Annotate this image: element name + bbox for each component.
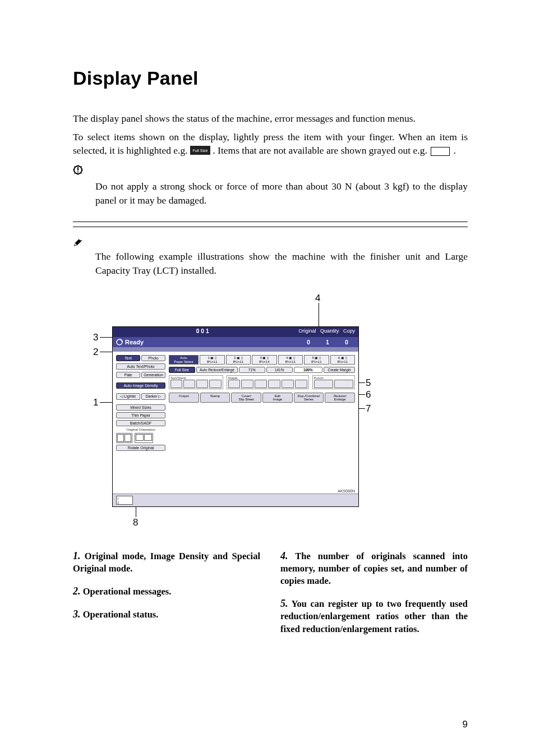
- stamp-tab[interactable]: Stamp: [200, 393, 230, 403]
- divider-bottom: [73, 227, 468, 227]
- staple-opt[interactable]: [268, 380, 280, 388]
- orient-landscape-pair[interactable]: [135, 433, 153, 443]
- sort-opt[interactable]: [170, 380, 182, 388]
- photo-button[interactable]: Photo: [141, 355, 165, 361]
- callout-6: 6: [366, 389, 371, 400]
- mixed-sizes-button[interactable]: Mixed Sizes: [116, 404, 165, 411]
- note-icon: [73, 237, 83, 250]
- bottom-strip: [113, 494, 358, 506]
- callout-2: 2: [93, 347, 98, 358]
- svg-line-11: [81, 173, 81, 174]
- divider-top: [73, 222, 468, 222]
- batch-sadf-button[interactable]: Batch/SADF: [116, 420, 165, 426]
- callout-8: 8: [133, 517, 138, 528]
- sort-opt[interactable]: [183, 380, 195, 388]
- ratio-71-button[interactable]: 71%: [239, 367, 265, 373]
- svg-line-12: [74, 173, 75, 174]
- tray-6[interactable]: 6 ▣ ▯ 8½×11: [330, 355, 356, 365]
- tray-4[interactable]: 4 ▣ ▯ 8½×11: [278, 355, 303, 365]
- svg-rect-4: [77, 167, 79, 170]
- lead-1: [100, 402, 113, 403]
- intro-paragraph-2: To select items shown on the display, li…: [73, 130, 468, 159]
- display-panel-figure: 4 3 2 1 5 6 7 8 001 Original: [73, 293, 468, 528]
- callout-7: 7: [366, 403, 371, 414]
- important-text: Do not apply a strong shock or force of …: [95, 179, 468, 207]
- orig-orient-label: Original Orientation: [116, 428, 165, 431]
- punch-opt[interactable]: [314, 380, 333, 388]
- important-icon: [73, 165, 83, 177]
- page-number: 9: [463, 719, 468, 730]
- darker-button[interactable]: Darker ▷: [141, 393, 165, 400]
- legend-item-5: 5. You can register up to two frequently…: [280, 597, 468, 635]
- dup-combine-series-tab[interactable]: Dup./Combine/ Series: [294, 393, 324, 403]
- text-button[interactable]: Text: [116, 355, 140, 361]
- svg-rect-5: [77, 172, 79, 173]
- lighter-button[interactable]: ◁ Lighter: [116, 393, 140, 400]
- qty-label: Quantity: [320, 328, 339, 334]
- staple-opt[interactable]: [255, 380, 267, 388]
- staple-opt[interactable]: [228, 380, 241, 388]
- tray-3[interactable]: 3 ▣ ▯ 8½×14: [252, 355, 277, 365]
- copy-label: Copy: [343, 328, 355, 334]
- panel-mock: 001 Original Quantity Copy Ready 0 1 0: [112, 326, 359, 507]
- legend-item-4: 4. The number of originals scanned into …: [280, 549, 468, 588]
- orig-val: 0: [300, 339, 317, 345]
- note-text: The following example illustrations show…: [95, 250, 468, 277]
- unavailable-item-icon: [431, 147, 450, 156]
- legend-item-3: 3. Operational status.: [73, 607, 260, 621]
- tray-5[interactable]: 5 ▣ ▯ 8½×11: [304, 355, 329, 365]
- sort-opt[interactable]: [196, 380, 208, 388]
- title-number: 001: [196, 328, 211, 334]
- lead-8: [136, 506, 136, 517]
- auto-paper-select[interactable]: Auto Paper Select: [169, 355, 199, 365]
- orig-label: Original: [298, 328, 316, 334]
- auto-image-density-button[interactable]: Auto Image Density: [116, 382, 165, 389]
- legend-item-1: 1. Original mode, Image Density and Spec…: [73, 549, 260, 575]
- figure-id: AKS060N: [338, 489, 355, 493]
- legend-columns: 1. Original mode, Image Density and Spec…: [73, 540, 468, 644]
- ready-icon: [116, 339, 123, 345]
- svg-text:Full Size: Full Size: [193, 149, 208, 153]
- staple-opt[interactable]: [241, 380, 253, 388]
- svg-line-10: [74, 167, 75, 167]
- ratio-100-display: 100%: [294, 367, 322, 373]
- rotate-original-button[interactable]: Rotate Original: [116, 445, 165, 451]
- tray-1[interactable]: 1 ▣ ▯ 8½×11: [200, 355, 225, 365]
- auto-text-photo-button[interactable]: Auto Text/Photo: [116, 363, 165, 370]
- callout-3: 3: [93, 332, 98, 343]
- copy-val: 0: [338, 339, 355, 345]
- qty-val: 1: [319, 339, 336, 345]
- staple-opt[interactable]: [295, 380, 307, 388]
- p2-part-b: . Items that are not available are shown…: [213, 145, 430, 156]
- tray-2[interactable]: 2 ▣ ▯ 8½×11: [226, 355, 251, 365]
- p2-part-c: .: [454, 145, 456, 156]
- auto-reduce-enlarge-button[interactable]: Auto Reduce/Enlarge: [196, 367, 238, 373]
- reduce-enlarge-tab[interactable]: Reduce/ Enlarge: [325, 393, 355, 403]
- create-margin-button[interactable]: Create Margin: [324, 367, 355, 373]
- generation-button[interactable]: Generation: [141, 372, 165, 378]
- thin-paper-button[interactable]: Thin Paper: [116, 412, 165, 418]
- pale-button[interactable]: Pale: [116, 372, 140, 378]
- mini-thumb: 1 2: [116, 496, 133, 505]
- ready-text: Ready: [125, 339, 144, 345]
- edit-image-tab[interactable]: Edit Image: [262, 393, 293, 403]
- lead-3: [100, 337, 113, 338]
- page-title: Display Panel: [73, 67, 468, 89]
- lead-2: [100, 352, 113, 352]
- legend-item-2: 2. Operational messages.: [73, 584, 260, 598]
- ratio-141-button[interactable]: 141%: [266, 367, 293, 373]
- callout-4: 4: [315, 293, 320, 304]
- selected-item-icon: Full Size: [190, 145, 210, 159]
- full-size-button[interactable]: Full Size: [169, 367, 195, 373]
- callout-5: 5: [366, 377, 371, 389]
- cover-slip-tab[interactable]: Cover/ Slip Sheet: [231, 393, 261, 403]
- punch-opt[interactable]: [334, 380, 353, 388]
- staple-opt[interactable]: [282, 380, 294, 388]
- output-tab[interactable]: Output: [169, 393, 199, 403]
- intro-paragraph-1: The display panel shows the status of th…: [73, 112, 468, 126]
- svg-line-13: [81, 167, 81, 167]
- callout-1: 1: [93, 397, 98, 408]
- orient-portrait-pair[interactable]: [116, 433, 132, 443]
- lead-4a: [319, 303, 319, 329]
- sort-opt[interactable]: [209, 380, 221, 388]
